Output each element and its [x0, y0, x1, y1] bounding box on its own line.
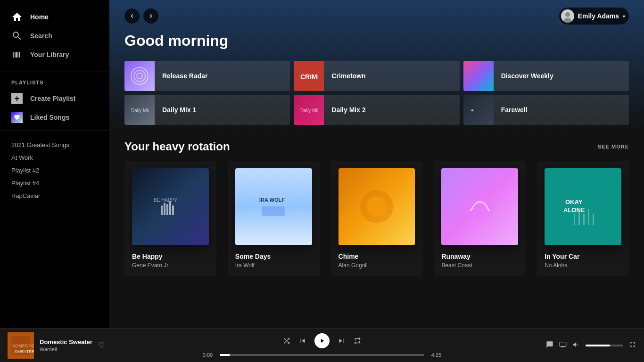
back-button[interactable] — [124, 8, 140, 24]
quick-item-release-radar-label: Release Radar — [155, 72, 215, 80]
sidebar-search-label: Search — [30, 32, 52, 40]
svg-point-4 — [134, 70, 145, 82]
some-days-thumb: IRA WOLF — [235, 168, 312, 245]
svg-text:IRA WOLF: IRA WOLF — [259, 197, 285, 203]
content-area: Good morning Release Radar CRIME Crimeto… — [109, 32, 644, 291]
card-chime[interactable]: Chime Alan Gogoll — [331, 161, 423, 276]
lyrics-button[interactable] — [546, 341, 553, 350]
play-pause-button[interactable] — [314, 333, 330, 348]
section-header-heavy-rotation: Your heavy rotation SEE MORE — [124, 140, 629, 153]
card-in-your-car[interactable]: OKAY ALONE In Your Car No Aloha — [537, 161, 629, 276]
sidebar-item-home[interactable]: Home — [0, 8, 109, 26]
playlist-item-3[interactable]: Playlist #2 — [0, 164, 109, 177]
svg-rect-15 — [172, 206, 174, 215]
dropdown-arrow-icon: ▾ — [623, 14, 625, 19]
sidebar-item-library[interactable]: Your Library — [0, 45, 109, 64]
top-bar: Emily Adams ▾ — [109, 0, 644, 32]
previous-button[interactable] — [298, 337, 307, 345]
svg-text:Daily Mix 2: Daily Mix 2 — [300, 108, 318, 113]
next-button[interactable] — [337, 337, 346, 345]
some-days-subtitle: Ira Wolf — [235, 262, 312, 269]
daily-mix2-thumb: Daily Mix 2 — [294, 95, 324, 125]
svg-rect-11 — [161, 206, 163, 215]
in-your-car-subtitle: No Aloha — [545, 262, 621, 269]
playlists-section-title: PLAYLISTS — [0, 76, 109, 89]
volume-bar[interactable] — [586, 345, 623, 346]
quick-item-daily-mix-2[interactable]: Daily Mix 2 Daily Mix 2 — [294, 95, 459, 125]
playlist-item-4[interactable]: Playlist #4 — [0, 177, 109, 189]
player-bar: DOMESTIC SWEATER Domestic Sweater Wardel… — [0, 328, 644, 362]
quick-item-daily-mix-1[interactable]: Daily Mix 1 Daily Mix 1 — [124, 95, 290, 125]
card-runaway[interactable]: Runaway Beast Coast — [434, 161, 526, 276]
quick-item-farewell[interactable]: ✦ Farewell — [463, 95, 629, 125]
cards-grid: BE HAPPY Be Happy Gene Evaro Jr. IRA WOL… — [124, 161, 629, 276]
devices-button[interactable] — [559, 341, 567, 350]
chime-title: Chime — [339, 253, 415, 260]
player-info: Domestic Sweater Wardell — [40, 338, 92, 352]
be-happy-title: Be Happy — [132, 253, 209, 260]
quick-item-release-radar[interactable]: Release Radar — [124, 61, 290, 91]
be-happy-thumb: BE HAPPY — [132, 168, 209, 245]
quick-item-crimetown[interactable]: CRIME Crimetown — [294, 61, 459, 91]
playlist-item-1[interactable]: 2021 Greatest Songs — [0, 139, 109, 151]
player-track: Domestic Sweater — [40, 338, 92, 346]
quick-item-farewell-label: Farewell — [494, 106, 535, 114]
user-menu[interactable]: Emily Adams ▾ — [559, 8, 629, 25]
time-total: 4:25 — [428, 352, 445, 358]
svg-rect-13 — [166, 204, 168, 215]
runaway-thumb — [441, 168, 518, 245]
sidebar-nav: Home Search Your Library — [0, 4, 109, 68]
forward-button[interactable] — [143, 8, 158, 24]
fullscreen-button[interactable] — [629, 341, 636, 350]
see-more-button[interactable]: SEE MORE — [598, 144, 629, 149]
sidebar-divider-2 — [0, 131, 109, 131]
chime-thumb — [339, 168, 415, 245]
runaway-subtitle: Beast Coast — [441, 262, 518, 269]
sidebar-library-label: Your Library — [30, 51, 69, 58]
svg-text:SWEATER: SWEATER — [14, 349, 34, 354]
greeting-text: Good morning — [124, 32, 629, 49]
svg-rect-17 — [262, 206, 285, 216]
create-playlist-icon: + — [11, 93, 23, 104]
card-some-days[interactable]: IRA WOLF Some Days Ira Wolf — [228, 161, 320, 276]
player-artist: Wardell — [40, 346, 92, 352]
svg-text:✦: ✦ — [470, 107, 474, 113]
like-button[interactable]: ♡ — [98, 341, 105, 350]
quick-item-daily-mix1-label: Daily Mix 1 — [155, 106, 204, 114]
shuffle-button[interactable] — [282, 337, 291, 345]
volume-button[interactable] — [572, 341, 580, 350]
library-icon — [11, 49, 23, 60]
sidebar: Home Search Your Library PLAYLISTS + Cr — [0, 0, 109, 328]
create-playlist-button[interactable]: + Create Playlist — [0, 89, 109, 108]
playlist-item-2[interactable]: At Work — [0, 151, 109, 164]
svg-point-5 — [137, 73, 142, 79]
quick-item-discover-weekly[interactable]: Discover Weekly — [463, 61, 629, 91]
chime-subtitle: Alan Gogoll — [339, 262, 415, 269]
daily-mix1-thumb: Daily Mix 1 — [124, 95, 155, 125]
svg-text:BE HAPPY: BE HAPPY — [154, 197, 177, 203]
repeat-button[interactable] — [353, 337, 362, 345]
volume-fill — [586, 345, 610, 346]
sidebar-item-search[interactable]: Search — [0, 26, 109, 45]
nav-buttons — [124, 8, 158, 24]
progress-bar[interactable] — [220, 354, 424, 356]
svg-rect-25 — [583, 214, 585, 225]
svg-text:OKAY: OKAY — [565, 198, 583, 206]
svg-rect-14 — [169, 201, 171, 215]
card-be-happy[interactable]: BE HAPPY Be Happy Gene Evaro Jr. — [124, 161, 216, 276]
svg-text:Daily Mix 1: Daily Mix 1 — [131, 108, 149, 113]
liked-songs-button[interactable]: Liked Songs — [0, 108, 109, 127]
svg-text:ALONE: ALONE — [563, 206, 585, 214]
playlist-item-5[interactable]: RapCaviar — [0, 189, 109, 202]
quick-grid: Release Radar CRIME Crimetown Discover W… — [124, 61, 629, 125]
player-progress: 0:00 4:25 — [199, 352, 445, 358]
liked-songs-label: Liked Songs — [30, 114, 69, 121]
svg-point-20 — [466, 192, 494, 221]
time-current: 0:00 — [199, 352, 216, 358]
svg-text:CRIME: CRIME — [300, 73, 318, 81]
svg-rect-12 — [164, 203, 165, 215]
svg-point-1 — [565, 12, 570, 17]
player-center: 0:00 4:25 — [149, 333, 495, 358]
progress-fill — [220, 354, 230, 356]
in-your-car-title: In Your Car — [545, 253, 621, 260]
